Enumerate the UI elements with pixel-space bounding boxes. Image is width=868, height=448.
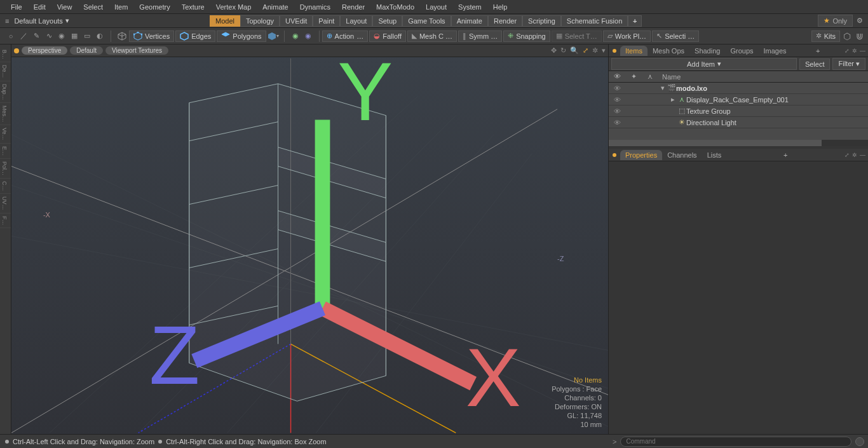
menu-dynamics[interactable]: Dynamics xyxy=(294,1,336,13)
layout-tab-scripting[interactable]: Scripting xyxy=(522,15,561,27)
vtab-3[interactable]: Mes… xyxy=(0,103,11,125)
tree-row-scene[interactable]: 👁 ▾ 🎬 modo.lxo xyxy=(609,83,868,94)
tree-row-light[interactable]: 👁 ☀ Directional Light xyxy=(609,117,868,128)
select-button[interactable]: Select xyxy=(799,58,831,70)
eye-icon[interactable]: 👁 xyxy=(609,107,625,115)
eye-icon[interactable]: 👁 xyxy=(609,85,625,92)
filter-button[interactable]: Filter ▾ xyxy=(832,58,865,70)
vtab-7[interactable]: C… xyxy=(0,179,11,194)
circle-tool-icon[interactable]: ○ xyxy=(5,31,17,42)
layout-tab-add[interactable]: + xyxy=(628,15,642,27)
menu-select[interactable]: Select xyxy=(78,1,109,13)
tab-channels[interactable]: Channels xyxy=(662,150,702,160)
panel-minimize-icon[interactable]: — xyxy=(860,152,865,158)
eye-icon[interactable]: 👁 xyxy=(609,96,625,104)
plane-tool-icon[interactable]: ▭ xyxy=(81,31,93,42)
command-input[interactable] xyxy=(620,437,851,447)
menu-geometry[interactable]: Geometry xyxy=(133,1,175,13)
name-column-header[interactable]: Name xyxy=(658,73,681,81)
grid-tool-icon[interactable]: ▦ xyxy=(69,31,80,42)
zoom-icon[interactable]: 🔍 xyxy=(570,46,579,55)
menu-view[interactable]: View xyxy=(51,1,78,13)
vtab-1[interactable]: De… xyxy=(0,62,11,81)
layout-tab-render[interactable]: Render xyxy=(488,15,522,27)
settings-gear-icon[interactable]: ⚙ xyxy=(857,17,863,25)
vtab-5[interactable]: E… xyxy=(0,144,11,159)
layout-menu-icon[interactable]: ≡ xyxy=(5,17,9,25)
tab-lists[interactable]: Lists xyxy=(702,150,727,160)
sphere-tool-icon[interactable]: ◉ xyxy=(56,31,67,42)
menu-edit[interactable]: Edit xyxy=(28,1,51,13)
unreal-icon[interactable]: ⋓ xyxy=(854,31,865,42)
select-through-button[interactable]: ▦Select T… xyxy=(552,31,602,42)
layout-tab-gametools[interactable]: Game Tools xyxy=(402,15,451,27)
kits-button[interactable]: ✲Kits xyxy=(811,31,840,42)
menu-render[interactable]: Render xyxy=(336,1,370,13)
vertices-mode-button[interactable]: Vertices xyxy=(129,31,174,42)
panel-gear-icon[interactable]: ✲ xyxy=(852,152,857,158)
line-tool-icon[interactable]: ／ xyxy=(18,31,29,42)
vtab-4[interactable]: Ve… xyxy=(0,125,11,144)
sphere-b-icon[interactable]: ◉ xyxy=(302,31,314,42)
layout-tab-layout[interactable]: Layout xyxy=(340,15,372,27)
edges-mode-button[interactable]: Edges xyxy=(175,31,215,42)
polygons-mode-button[interactable]: Polygons xyxy=(217,31,266,42)
only-button[interactable]: ★ Only xyxy=(818,15,853,27)
eye-icon[interactable]: 👁 xyxy=(609,119,625,126)
viewport-tab-perspective[interactable]: Perspective xyxy=(22,46,67,55)
workplane-button[interactable]: ▱Work Pl… xyxy=(603,31,651,42)
axis-col-icon[interactable]: ⋏ xyxy=(642,72,658,81)
pen-tool-icon[interactable]: ✎ xyxy=(31,31,42,42)
panel-add-tab[interactable]: + xyxy=(780,151,791,159)
layout-tab-model[interactable]: Model xyxy=(210,15,240,27)
mesh-constraint-button[interactable]: ◣Mesh C … xyxy=(407,31,457,42)
tree-row-texture-group[interactable]: 👁 ⬚ Texture Group xyxy=(609,105,868,117)
expander-icon[interactable]: ▾ xyxy=(661,84,667,92)
layout-tab-paint[interactable]: Paint xyxy=(313,15,340,27)
cube-solid-icon[interactable]: ▾ xyxy=(268,31,279,42)
items-scrollbar[interactable] xyxy=(609,140,868,146)
chevron-down-icon[interactable]: ▾ xyxy=(602,46,606,55)
vtab-8[interactable]: UV… xyxy=(0,194,11,214)
layout-tab-setup[interactable]: Setup xyxy=(372,15,402,27)
vtab-6[interactable]: Pol… xyxy=(0,159,11,179)
menu-help[interactable]: Help xyxy=(487,1,513,13)
viewport-3d[interactable]: pathәpath d="M420 340 L590 390 L590 420 … xyxy=(11,57,608,434)
tab-shading[interactable]: Shading xyxy=(689,46,725,56)
layout-tab-schematic[interactable]: Schematic Fusion xyxy=(561,15,628,27)
plus-col-icon[interactable]: ✦ xyxy=(625,72,642,81)
layout-tab-animate[interactable]: Animate xyxy=(451,15,488,27)
menu-animate[interactable]: Animate xyxy=(257,1,294,13)
layout-tab-topology[interactable]: Topology xyxy=(240,15,280,27)
hex-icon[interactable]: ⬡ xyxy=(841,31,853,42)
axis-gizmo-icon[interactable]: Y X Z xyxy=(24,57,608,421)
viewport-tab-default[interactable]: Default xyxy=(70,46,103,55)
lasso-tool-icon[interactable]: ◐ xyxy=(94,31,105,42)
tab-items[interactable]: Items xyxy=(620,46,648,56)
eye-col-icon[interactable]: 👁 xyxy=(609,72,625,81)
tab-groups[interactable]: Groups xyxy=(725,46,758,56)
menu-texture[interactable]: Texture xyxy=(176,1,210,13)
menu-file[interactable]: File xyxy=(5,1,28,13)
record-icon[interactable] xyxy=(855,437,864,446)
panel-expand-icon[interactable]: ⤢ xyxy=(844,48,850,54)
move-icon[interactable]: ✥ xyxy=(551,46,557,55)
menu-maxtomodo[interactable]: MaxToModo xyxy=(370,1,420,13)
layout-tab-uvedit[interactable]: UVEdit xyxy=(280,15,313,27)
rotate-icon[interactable]: ↻ xyxy=(560,46,566,55)
tab-properties[interactable]: Properties xyxy=(620,150,662,160)
fit-icon[interactable]: ⤢ xyxy=(583,46,588,55)
menu-layout[interactable]: Layout xyxy=(420,1,452,13)
vtab-0[interactable]: B… xyxy=(0,47,11,62)
panel-add-tab[interactable]: + xyxy=(812,47,824,55)
panel-minimize-icon[interactable]: — xyxy=(860,48,865,54)
gear-icon[interactable]: ✲ xyxy=(592,46,598,55)
panel-expand-icon[interactable]: ⤢ xyxy=(844,152,850,158)
cube-tool-icon[interactable] xyxy=(116,31,128,42)
vtab-9[interactable]: F… xyxy=(0,214,11,229)
curve-tool-icon[interactable]: ∿ xyxy=(43,31,55,42)
action-center-button[interactable]: ⊕Action … xyxy=(322,31,369,42)
menu-item[interactable]: Item xyxy=(109,1,133,13)
add-item-button[interactable]: Add Item ▾ xyxy=(611,58,797,70)
snapping-button[interactable]: ⁜Snapping xyxy=(503,31,550,42)
